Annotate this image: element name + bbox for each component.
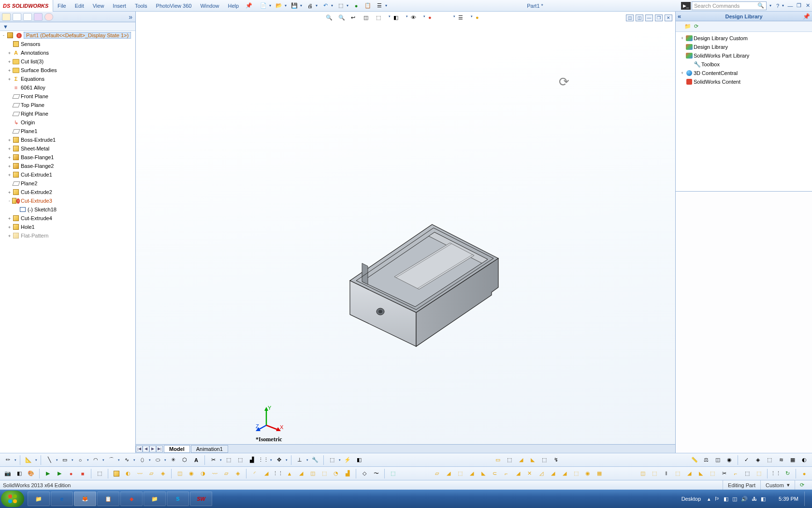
curvature-icon[interactable]: ◐ (799, 455, 809, 465)
sketch-icon[interactable]: ✏ (3, 455, 13, 465)
doc-btn-1[interactable]: ◫ (626, 15, 634, 21)
convert-icon[interactable]: ⬚ (224, 455, 233, 465)
loft-cut-icon[interactable]: ▱ (221, 469, 231, 478)
dropdown-arrow-icon[interactable]: ▾ (316, 3, 318, 8)
search-icon[interactable]: 🔍 (757, 2, 764, 9)
tree-node[interactable]: +Cut-Extrude1 (0, 170, 135, 179)
dropdown-arrow-icon[interactable]: ▾ (769, 3, 771, 8)
taskbar-solidworks[interactable]: SW (190, 492, 212, 506)
extrude-cut-icon[interactable]: ◫ (175, 469, 185, 478)
doc-close-icon[interactable]: ✕ (665, 15, 672, 21)
scene-icon[interactable] (441, 15, 450, 24)
spline-icon[interactable]: ∿ (122, 455, 131, 465)
dl-tb-refresh-icon[interactable]: ⟳ (694, 23, 698, 30)
unfold-icon[interactable]: ◣ (528, 455, 537, 465)
edge-flange-icon[interactable]: ◢ (467, 469, 477, 478)
render-region-icon[interactable]: ◧ (14, 469, 24, 478)
section-view-icon[interactable]: ◫ (363, 15, 373, 24)
dropdown-arrow-icon[interactable]: ▾ (331, 3, 333, 8)
tree-node[interactable]: Sensors (0, 40, 135, 48)
taskbar-skype[interactable]: S (167, 492, 189, 506)
offset-icon[interactable]: ⬚ (235, 455, 245, 465)
tb-icon[interactable]: ⬚ (650, 469, 659, 478)
appearance-icon[interactable]: ● (428, 15, 438, 24)
dl-tree-node[interactable]: +3D ContentCentral (676, 69, 812, 77)
doc-minimize-icon[interactable]: — (645, 15, 653, 21)
tree-node[interactable]: +Cut-Extrude2 (0, 188, 135, 196)
graphics-viewport[interactable]: ⟳ (136, 12, 675, 444)
render-icon[interactable]: 🎨 (26, 469, 36, 478)
rectangle-icon[interactable]: ▭ (60, 455, 70, 465)
revolve-cut-icon[interactable]: ◑ (198, 469, 208, 478)
dome-icon[interactable]: ◔ (331, 469, 341, 478)
record-icon[interactable]: ● (66, 469, 76, 478)
undo-icon[interactable]: ↶ (320, 1, 330, 11)
status-rebuild-icon[interactable]: ⟳ (795, 480, 809, 490)
insert-comp-icon[interactable]: ⬚ (95, 469, 104, 478)
view-orient-icon[interactable]: ⬚ (376, 15, 386, 24)
base-flange-icon[interactable]: ▱ (432, 469, 442, 478)
hem-icon[interactable]: ⊂ (490, 469, 500, 478)
tree-node[interactable]: +Cut list(3) (0, 57, 135, 66)
menu-help[interactable]: Help (224, 0, 244, 11)
dl-tree-node[interactable]: SolidWorks Part Library (676, 51, 812, 60)
rapid-sketch-icon[interactable]: ⚡ (343, 455, 352, 465)
show-desktop-button[interactable] (804, 492, 809, 506)
tb-icon[interactable]: ⬚ (708, 469, 717, 478)
tray-volume-icon[interactable]: 🔊 (741, 496, 748, 502)
shell-icon[interactable]: ◫ (308, 469, 318, 478)
instant3d-icon[interactable]: ⬚ (388, 469, 398, 478)
polygon-icon[interactable]: ⬡ (180, 455, 189, 465)
print-icon[interactable]: 🖨 (305, 1, 315, 11)
trim-icon[interactable]: ✂ (208, 455, 218, 465)
taskbar-app[interactable]: ◆ (120, 492, 143, 506)
boundary-cut-icon[interactable]: ◈ (233, 469, 243, 478)
dropdown-arrow-icon[interactable]: ▾ (300, 3, 302, 8)
tray-icon[interactable]: ◧ (724, 496, 728, 502)
render-icon[interactable]: ● (476, 15, 485, 24)
menu-file[interactable]: File (53, 0, 71, 11)
tree-node[interactable]: Right Plane (0, 109, 135, 118)
hole-wizard-icon[interactable]: ◉ (187, 469, 196, 478)
break-corner-icon[interactable]: ◢ (560, 469, 569, 478)
tab-model[interactable]: Model (164, 445, 190, 453)
miter-flange-icon[interactable]: ◣ (478, 469, 488, 478)
tree-node[interactable]: +Base-Flange2 (0, 162, 135, 170)
forming-icon[interactable]: ◉ (583, 469, 593, 478)
lofted-bend-icon[interactable]: ⬚ (455, 469, 465, 478)
stop-icon[interactable]: ■ (78, 469, 87, 478)
cross-break-icon[interactable]: ✕ (525, 469, 535, 478)
options2-icon[interactable]: ☰ (375, 1, 384, 11)
text-icon[interactable]: A (191, 455, 201, 465)
taskbar-app[interactable]: 📁 (28, 492, 50, 506)
pattern-linear-icon[interactable]: ⋮⋮ (273, 469, 283, 478)
tb-icon[interactable]: ⫴ (661, 469, 671, 478)
restore-icon[interactable]: ❐ (795, 2, 803, 9)
display-style-icon[interactable]: ◧ (393, 15, 403, 24)
menu-insert[interactable]: Insert (108, 0, 130, 11)
draft-icon[interactable]: ◢ (296, 469, 306, 478)
tb-icon[interactable]: ⬚ (742, 469, 752, 478)
options-icon[interactable]: 📋 (363, 1, 373, 11)
import-diag-icon[interactable]: ⬚ (765, 455, 774, 465)
extrude-boss-icon[interactable] (112, 469, 121, 478)
check-icon[interactable]: ✓ (741, 455, 751, 465)
dropdown-arrow-icon[interactable]: ▾ (285, 3, 287, 8)
fillet-icon[interactable]: ◜ (250, 469, 260, 478)
point-icon[interactable]: ✳ (168, 455, 178, 465)
tree-node[interactable]: +Surface Bodies (0, 66, 135, 75)
collapse-icon[interactable]: » (129, 13, 132, 21)
select-icon[interactable]: ⬚ (336, 1, 346, 11)
nav-first[interactable]: |◀ (136, 446, 143, 452)
rib-icon[interactable]: ▲ (285, 469, 294, 478)
zoom-area-icon[interactable]: 🔍 (338, 15, 348, 24)
open-icon[interactable]: 📂 (274, 1, 284, 11)
mass-icon[interactable]: ⚖ (701, 455, 711, 465)
curves-icon[interactable]: 〜 (371, 469, 381, 478)
dropdown-arrow-icon[interactable]: ▾ (782, 3, 784, 8)
dl-tree-node[interactable]: SolidWorks Content (676, 77, 812, 86)
play2-icon[interactable]: ▶ (55, 469, 64, 478)
boundary-boss-icon[interactable]: ◈ (158, 469, 168, 478)
arc2-icon[interactable]: ⌒ (106, 455, 116, 465)
sweep-boss-icon[interactable]: 〰 (135, 469, 145, 478)
